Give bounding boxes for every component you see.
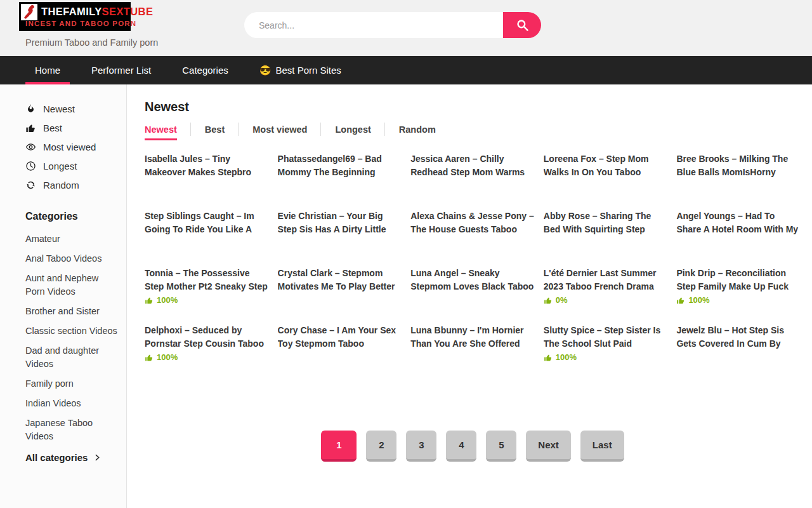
- pagination-button[interactable]: 5: [486, 431, 516, 462]
- logo-title-part1: THEFAMILY: [41, 6, 102, 17]
- nav-label: Home: [35, 65, 60, 76]
- categories-list: AmateurAnal Taboo VideosAunt and Nephew …: [25, 232, 117, 443]
- sort-label: Newest: [43, 104, 75, 114]
- sidebar-sort-random[interactable]: Random: [25, 180, 117, 190]
- rating-percent: 100%: [157, 295, 178, 305]
- video-card[interactable]: Isabella Jules – Tiny Makeover Makes Ste…: [145, 152, 269, 210]
- pagination-button[interactable]: Last: [580, 431, 624, 462]
- pagination-button[interactable]: 2: [366, 431, 396, 462]
- video-card[interactable]: Angel Youngs – Had To Share A Hotel Room…: [676, 210, 801, 267]
- category-link[interactable]: Aunt and Nephew Porn Videos: [25, 272, 117, 298]
- video-card[interactable]: Bree Brooks – Milking The Blue Balls Mom…: [676, 152, 801, 210]
- pagination-button[interactable]: 4: [446, 431, 476, 462]
- video-rating: 100%: [676, 295, 801, 305]
- logo-subtitle: INCEST AND TABOO PORN: [25, 20, 136, 27]
- sidebar: Newest Best Most viewed Longest Random C…: [0, 84, 127, 508]
- pagination-button[interactable]: 1: [321, 431, 357, 462]
- video-card[interactable]: L'été Dernier Last Summer 2023 Taboo Fre…: [544, 267, 668, 324]
- page-title: Newest: [145, 100, 801, 114]
- video-card[interactable]: Delphoxi – Seduced by Pornstar Step Cous…: [145, 324, 269, 381]
- logo-title-part2: SEXTUBE: [102, 6, 154, 17]
- video-title[interactable]: Luna Angel – Sneaky Stepmom Loves Black …: [410, 267, 535, 293]
- video-title[interactable]: L'été Dernier Last Summer 2023 Taboo Fre…: [544, 267, 668, 293]
- video-card[interactable]: Pink Drip – Reconciliation Step Family M…: [676, 267, 801, 324]
- video-card[interactable]: Jewelz Blu – Hot Step Sis Gets Covered I…: [676, 324, 801, 381]
- video-title[interactable]: Luna Bbunny – I'm Hornier Than You Are S…: [410, 324, 535, 351]
- video-title[interactable]: Bree Brooks – Milking The Blue Balls Mom…: [676, 152, 801, 179]
- video-title[interactable]: Angel Youngs – Had To Share A Hotel Room…: [676, 210, 801, 236]
- video-title[interactable]: Jewelz Blu – Hot Step Sis Gets Covered I…: [676, 324, 801, 351]
- site-tagline: Premium Taboo and Family porn: [25, 37, 158, 48]
- thumb-up-icon: [676, 296, 685, 305]
- video-card[interactable]: Crystal Clark – Stepmom Motivates Me To …: [278, 267, 402, 324]
- search-button[interactable]: [503, 12, 541, 38]
- sidebar-sort-most-viewed[interactable]: Most viewed: [25, 142, 117, 152]
- category-link[interactable]: Amateur: [25, 232, 117, 246]
- rating-percent: 0%: [556, 295, 568, 305]
- rating-percent: 100%: [556, 352, 577, 362]
- pagination: 12345NextLast: [145, 431, 801, 462]
- search-icon: [515, 18, 530, 32]
- sort-tab[interactable]: Newest: [145, 122, 177, 140]
- thumb-up-icon: [544, 353, 553, 362]
- video-card[interactable]: Luna Angel – Sneaky Stepmom Loves Black …: [410, 267, 535, 324]
- sort-tabs: NewestBestMost viewedLongestRandom: [145, 122, 801, 140]
- video-title[interactable]: Slutty Spice – Step Sister Is The School…: [544, 324, 668, 351]
- video-title[interactable]: Alexa Chains & Jesse Pony – The House Gu…: [410, 210, 535, 236]
- video-card[interactable]: Alexa Chains & Jesse Pony – The House Gu…: [410, 210, 535, 267]
- all-categories-label: All categories: [25, 452, 88, 463]
- search-input[interactable]: [244, 12, 503, 38]
- site-logo[interactable]: THEFAMILYSEXTUBE INCEST AND TABOO PORN: [19, 2, 131, 31]
- video-title[interactable]: Jessica Aaren – Chilly Redhead Step Mom …: [410, 152, 535, 179]
- video-title[interactable]: Delphoxi – Seduced by Pornstar Step Cous…: [145, 324, 269, 351]
- video-card[interactable]: Luna Bbunny – I'm Hornier Than You Are S…: [410, 324, 535, 381]
- thumb-up-icon: [544, 296, 553, 305]
- pagination-button[interactable]: 3: [406, 431, 436, 462]
- video-title[interactable]: Evie Christian – Your Big Step Sis Has A…: [278, 210, 402, 236]
- video-card[interactable]: Cory Chase – I Am Your Sex Toy Stepmom T…: [278, 324, 402, 381]
- sort-tab[interactable]: Random: [399, 122, 436, 140]
- sort-tab[interactable]: Longest: [335, 122, 370, 140]
- sidebar-sort-best[interactable]: Best: [25, 123, 117, 133]
- search-bar: [244, 12, 541, 38]
- video-title[interactable]: Cory Chase – I Am Your Sex Toy Stepmom T…: [278, 324, 402, 351]
- nav-item-categories[interactable]: Categories: [173, 56, 238, 84]
- nav-label: Performer List: [91, 65, 151, 76]
- sidebar-sort-newest[interactable]: Newest: [25, 104, 117, 114]
- video-card[interactable]: Slutty Spice – Step Sister Is The School…: [544, 324, 668, 381]
- category-link[interactable]: Family porn: [25, 377, 117, 391]
- sort-tab[interactable]: Most viewed: [252, 122, 307, 140]
- sort-tab[interactable]: Best: [205, 122, 225, 140]
- all-categories-link[interactable]: All categories: [25, 452, 117, 463]
- category-link[interactable]: Indian Videos: [25, 397, 117, 410]
- category-link[interactable]: Japanese Taboo Videos: [25, 417, 117, 443]
- sunglasses-face-emoji-icon: 😎: [259, 65, 272, 76]
- category-link[interactable]: Dad and daughter Videos: [25, 344, 117, 371]
- nav-item-home[interactable]: Home: [25, 56, 70, 84]
- video-card[interactable]: Loreena Fox – Step Mom Walks In On You T…: [544, 152, 668, 210]
- video-title[interactable]: Isabella Jules – Tiny Makeover Makes Ste…: [145, 152, 269, 179]
- video-title[interactable]: Pink Drip – Reconciliation Step Family M…: [676, 267, 801, 293]
- main-content: Newest NewestBestMost viewedLongestRando…: [127, 84, 812, 508]
- category-link[interactable]: Classic section Videos: [25, 324, 117, 338]
- video-card[interactable]: Abby Rose – Sharing The Bed With Squirti…: [544, 210, 668, 267]
- video-title[interactable]: Step Siblings Caught – Im Going To Ride …: [145, 210, 269, 236]
- video-rating: 100%: [145, 352, 269, 362]
- category-link[interactable]: Anal Taboo Videos: [25, 252, 117, 265]
- video-card[interactable]: Tonnia – The Possessive Step Mother Pt2 …: [145, 267, 269, 324]
- video-title[interactable]: Loreena Fox – Step Mom Walks In On You T…: [544, 152, 668, 179]
- video-card[interactable]: Phatassedangel69 – Bad Mommy The Beginni…: [278, 152, 402, 210]
- sidebar-sort-longest[interactable]: Longest: [25, 161, 117, 171]
- nav-item-performer-list[interactable]: Performer List: [82, 56, 160, 84]
- video-card[interactable]: Evie Christian – Your Big Step Sis Has A…: [278, 210, 402, 267]
- pagination-button[interactable]: Next: [526, 431, 571, 462]
- video-title[interactable]: Crystal Clark – Stepmom Motivates Me To …: [278, 267, 402, 293]
- video-title[interactable]: Tonnia – The Possessive Step Mother Pt2 …: [145, 267, 269, 293]
- video-card[interactable]: Jessica Aaren – Chilly Redhead Step Mom …: [410, 152, 535, 210]
- video-rating: 100%: [544, 352, 668, 362]
- category-link[interactable]: Brother and Sister: [25, 305, 117, 318]
- nav-item-best-porn-sites[interactable]: 😎Best Porn Sites: [250, 56, 351, 84]
- video-card[interactable]: Step Siblings Caught – Im Going To Ride …: [145, 210, 269, 267]
- video-title[interactable]: Phatassedangel69 – Bad Mommy The Beginni…: [278, 152, 402, 179]
- video-title[interactable]: Abby Rose – Sharing The Bed With Squirti…: [544, 210, 668, 236]
